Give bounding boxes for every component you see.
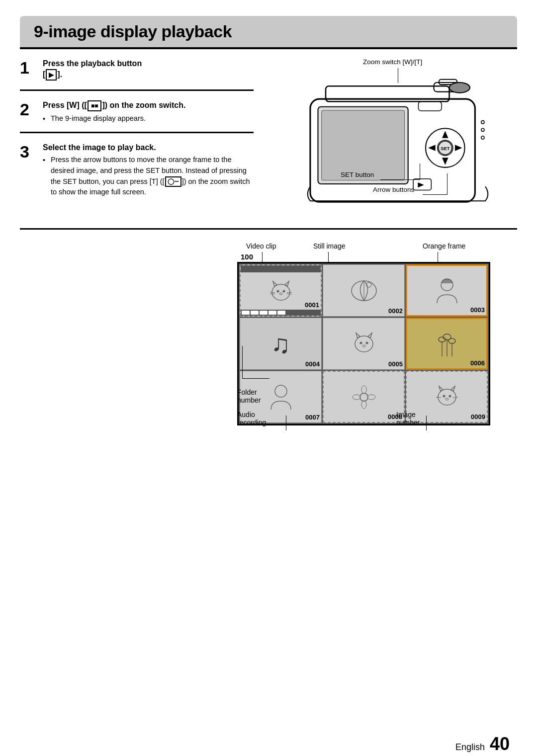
image-num-line (426, 416, 427, 430)
step-2-bullet-1: • The 9-image display appears. (43, 113, 254, 125)
step-2-bullet-text: The 9-image display appears. (51, 113, 146, 124)
svg-point-46 (448, 338, 455, 343)
grid-row-1: 0001 0002 (239, 263, 489, 317)
step-3-bullet-1: • Press the arrow buttons to move the or… (43, 155, 254, 198)
still-image-label: Still image (313, 242, 346, 250)
svg-marker-9 (442, 158, 448, 165)
cell-0001-number: 0001 (305, 301, 319, 309)
audio-recording-label: Audio recording (237, 411, 266, 426)
grid-row-3: 0007 0008 (239, 370, 489, 424)
set-label-line2 (420, 164, 420, 180)
footer-language: English (455, 742, 485, 753)
svg-marker-55 (451, 386, 455, 391)
svg-point-21 (272, 284, 290, 300)
svg-point-35 (355, 336, 373, 352)
footer-page-number: 40 (490, 734, 510, 755)
cell-0004-number: 0004 (305, 360, 320, 368)
svg-marker-19 (418, 182, 424, 187)
folder-line-vertical (242, 346, 243, 378)
svg-point-25 (282, 290, 285, 292)
svg-point-38 (359, 342, 362, 344)
svg-text:SET: SET (441, 146, 449, 151)
title-bar: 9-image display playback (20, 16, 517, 47)
step-3-title: Select the image to play back. (43, 142, 254, 153)
page: 9-image display playback 1 Press the pla… (0, 16, 537, 756)
svg-point-24 (276, 290, 279, 292)
svg-rect-20 (418, 101, 442, 111)
diagram-column: Zoom switch [W]/[T] (254, 49, 517, 223)
svg-point-33 (366, 282, 371, 287)
svg-point-49 (361, 386, 366, 394)
zoom-icon: ◯∼ (165, 176, 181, 187)
image-grid: 100 (237, 262, 490, 425)
grid-cell-0003: 0003 (406, 264, 488, 317)
svg-line-60 (453, 397, 458, 398)
svg-point-57 (448, 395, 451, 398)
grid-icon: ■​■ (88, 100, 102, 111)
cell-0006-number: 0006 (470, 359, 485, 367)
arrow-label-line (423, 194, 448, 195)
svg-line-28 (270, 294, 275, 294)
svg-point-50 (361, 401, 366, 409)
grid-section: Video clip Still image Orange frame 100 (20, 237, 517, 425)
svg-point-51 (353, 395, 360, 400)
page-title: 9-image display playback (34, 22, 503, 41)
still-image-line (328, 252, 329, 262)
step-1: 1 Press the playback button [▶]. (20, 49, 254, 91)
folder-number-label: Folder number (237, 388, 261, 404)
svg-point-17 (481, 136, 484, 139)
bullet-dot-2: • (43, 155, 50, 166)
playback-icon: ▶ (46, 69, 57, 81)
svg-marker-36 (356, 333, 360, 338)
set-label-line (380, 179, 420, 180)
step-2-body: • The 9-image display appears. (43, 113, 254, 125)
svg-point-52 (367, 395, 375, 400)
orange-frame-line (438, 252, 438, 262)
svg-marker-54 (439, 386, 443, 391)
step-3-content: Select the image to play back. • Press t… (43, 142, 254, 198)
instructions-column: 1 Press the playback button [▶]. 2 Press… (20, 49, 254, 223)
set-button-label: SET button (341, 171, 374, 178)
cell-0003-number: 0003 (470, 306, 485, 314)
step-3-bullet-text: Press the arrow buttons to move the oran… (51, 155, 254, 198)
svg-line-30 (287, 294, 292, 294)
arrow-label-line2 (447, 173, 448, 195)
svg-marker-37 (368, 333, 372, 338)
step-1-content: Press the playback button [▶]. (43, 58, 254, 83)
image-number-label: Image number (396, 411, 420, 426)
step-1-title: Press the playback button [▶]. (43, 58, 254, 81)
svg-point-15 (481, 121, 484, 124)
step-2-title: Press [W] ([■​■]) on the zoom switch. (43, 100, 254, 111)
audio-note-icon: ♫ (271, 329, 290, 359)
svg-line-29 (287, 292, 292, 293)
grid-cell-0001: 0001 (240, 264, 322, 317)
step-2: 2 Press [W] ([■​■]) on the zoom switch. … (20, 91, 254, 133)
video-clip-label: Video clip (246, 242, 276, 250)
arrow-buttons-label: Arrow buttons (373, 186, 414, 193)
grid-cell-0008: 0008 (323, 371, 405, 423)
svg-marker-11 (455, 145, 462, 151)
svg-point-56 (443, 395, 445, 398)
grid-cell-0004: ♫ 0004 (240, 318, 322, 370)
step-3-body: • Press the arrow buttons to move the or… (43, 155, 254, 198)
camera-diagram: Zoom switch [W]/[T] (254, 54, 517, 223)
svg-point-16 (481, 128, 484, 131)
svg-point-48 (360, 393, 368, 401)
grid-cell-0002: 0002 (323, 264, 405, 317)
cell-0007-number: 0007 (305, 414, 320, 421)
separator-line (20, 228, 517, 230)
step-2-content: Press [W] ([■​■]) on the zoom switch. • … (43, 100, 254, 125)
cell-0002-number: 0002 (388, 307, 403, 315)
audio-line (286, 416, 286, 430)
step-1-number: 1 (20, 59, 38, 76)
grid-top-labels: Video clip Still image Orange frame (20, 237, 517, 262)
step-3-number: 3 (20, 143, 38, 160)
footer: English 40 (455, 734, 510, 755)
svg-point-39 (365, 342, 368, 344)
grid-row-2: ♫ 0004 (239, 317, 489, 370)
svg-marker-8 (442, 131, 448, 138)
svg-point-53 (438, 389, 456, 405)
svg-marker-10 (428, 145, 436, 151)
svg-point-26 (279, 293, 282, 295)
svg-rect-3 (322, 110, 405, 180)
